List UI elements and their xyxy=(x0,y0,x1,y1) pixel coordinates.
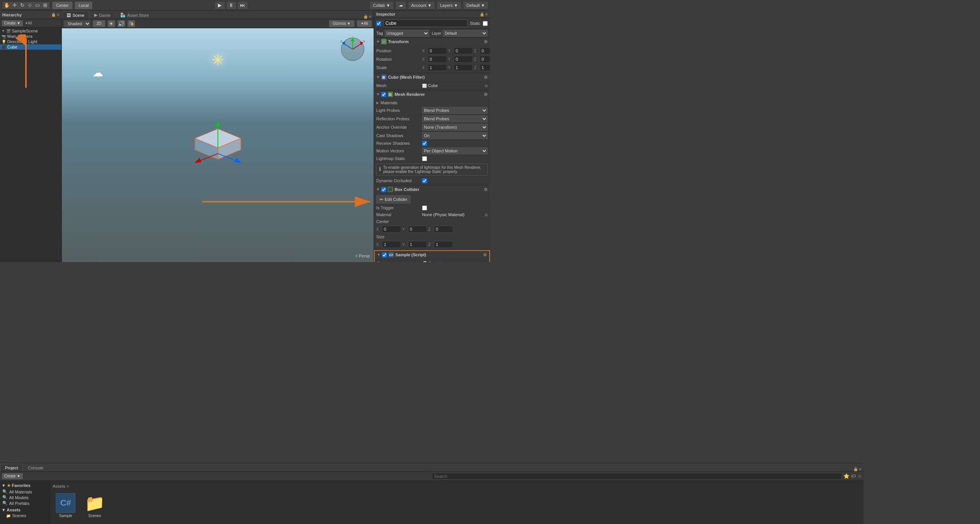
position-x-input[interactable] xyxy=(428,47,447,54)
tag-layer-row: Tag Untagged Layer Default xyxy=(374,29,490,38)
reflection-probes-select[interactable]: Blend Probes xyxy=(422,115,488,122)
position-z-input[interactable] xyxy=(480,47,490,54)
sample-script-header[interactable]: ▼ C# Sample (Script) ⚙ xyxy=(375,251,489,259)
size-x-input[interactable] xyxy=(382,241,401,248)
cast-shadows-label: Cast Shadows xyxy=(376,133,422,138)
anchor-override-select[interactable]: None (Transform) xyxy=(422,124,488,131)
scene-menu-icon[interactable]: ≡ xyxy=(369,15,371,19)
account-button[interactable]: Account ▼ xyxy=(408,1,435,10)
hierarchy-item-light[interactable]: 💡 Directional Light xyxy=(0,39,61,44)
receive-shadows-checkbox[interactable] xyxy=(422,141,427,146)
static-checkbox[interactable] xyxy=(483,21,488,26)
inspector-menu-icon[interactable]: ≡ xyxy=(485,12,488,16)
is-trigger-checkbox[interactable] xyxy=(422,205,427,210)
dynamic-occluded-checkbox[interactable] xyxy=(422,178,427,183)
hierarchy-lock-icon[interactable]: 🔒 xyxy=(51,13,56,17)
lightmap-static-checkbox[interactable] xyxy=(422,156,427,161)
rotate-tool[interactable]: ↻ xyxy=(19,2,26,9)
size-y-input[interactable] xyxy=(408,241,427,248)
object-active-checkbox[interactable] xyxy=(376,21,381,26)
rect-tool[interactable]: ▭ xyxy=(34,2,41,9)
search-scene-button[interactable]: ✦All xyxy=(356,20,372,27)
sample-script-enabled-checkbox[interactable] xyxy=(382,252,387,257)
audio-toggle[interactable]: 🔊 xyxy=(117,20,126,27)
move-tool[interactable]: ✛ xyxy=(11,2,18,9)
default-layout-button[interactable]: Default ▼ xyxy=(463,1,488,10)
scene-root-item[interactable]: ▼ 🎬 SampleScene xyxy=(0,28,61,34)
mesh-filter-settings-icon[interactable]: ⚙ xyxy=(484,75,488,80)
rotation-x-input[interactable] xyxy=(428,56,447,63)
center-x-input[interactable] xyxy=(382,226,401,233)
2d-toggle[interactable]: 2D xyxy=(92,20,106,27)
mesh-renderer-icon: ▤ xyxy=(388,92,393,97)
materials-row[interactable]: ▶ Materials xyxy=(376,99,488,106)
size-z-input[interactable] xyxy=(434,241,453,248)
scene-lock-icon[interactable]: 🔒 xyxy=(363,15,368,19)
cast-shadows-select[interactable]: On xyxy=(422,132,488,139)
edit-collider-button[interactable]: ✏ Edit Collider xyxy=(376,195,411,204)
transform-settings-icon[interactable]: ⚙ xyxy=(484,39,488,44)
tab-scene[interactable]: 🖼 Scene xyxy=(62,11,89,19)
lighting-toggle[interactable]: ☀ xyxy=(107,20,116,27)
layer-select[interactable]: Default xyxy=(443,30,488,37)
light-probes-select[interactable]: Blend Probes xyxy=(422,107,488,114)
tag-select[interactable]: Untagged xyxy=(385,30,430,37)
hierarchy-menu-icon[interactable]: ≡ xyxy=(57,13,59,17)
scale-row: Scale X Y Z xyxy=(376,63,488,72)
layers-button[interactable]: Layers ▼ xyxy=(437,1,461,10)
scale-x-input[interactable] xyxy=(428,64,447,71)
motion-vectors-select[interactable]: Per Object Motion xyxy=(422,147,488,154)
pause-button[interactable]: ⏸ xyxy=(226,1,237,10)
hierarchy-search-all[interactable]: ✦All xyxy=(25,21,32,25)
size-z-label: Z xyxy=(428,243,433,247)
transform-component-header[interactable]: ▼ ↔ Transform ⚙ xyxy=(374,38,490,45)
mesh-renderer-header[interactable]: ▼ ▤ Mesh Renderer ⚙ xyxy=(374,91,490,98)
tab-game[interactable]: ▶ Game xyxy=(89,11,115,19)
box-collider-header[interactable]: ▼ ⬛ Box Collider ⚙ xyxy=(374,186,490,193)
gizmos-button[interactable]: Gizmos ▼ xyxy=(329,20,355,27)
center-z-input[interactable] xyxy=(434,226,453,233)
script-prop-row: Script 📄 Sample ⊙ xyxy=(377,260,487,262)
tab-asset-store[interactable]: 🏪 Asset Store xyxy=(115,11,154,19)
step-button[interactable]: ⏭ xyxy=(237,1,248,10)
mesh-renderer-settings-icon[interactable]: ⚙ xyxy=(484,92,488,97)
mesh-renderer-enabled-checkbox[interactable] xyxy=(381,92,386,97)
rotation-z-input[interactable] xyxy=(480,56,490,63)
rotation-y-input[interactable] xyxy=(454,56,473,63)
transform-tool[interactable]: ⊞ xyxy=(42,2,48,9)
position-xyz: X Y Z xyxy=(422,47,490,54)
play-button[interactable]: ▶ xyxy=(214,1,225,10)
main-layout: Hierarchy 🔒 ≡ Create ▼ ✦All ▼ 🎬 SampleSc… xyxy=(0,11,490,262)
svg-marker-6 xyxy=(194,158,201,163)
scale-z-input[interactable] xyxy=(480,64,490,71)
box-collider-enabled-checkbox[interactable] xyxy=(381,187,386,192)
scale-tool[interactable]: ⊹ xyxy=(26,2,33,9)
hierarchy-create-button[interactable]: Create ▼ xyxy=(2,20,23,27)
svg-text:Y: Y xyxy=(351,36,354,38)
scale-y-input[interactable] xyxy=(454,64,473,71)
position-y-input[interactable] xyxy=(454,47,473,54)
cloud-button[interactable]: ☁ xyxy=(395,1,406,10)
mesh-cube-icon: ⬜ xyxy=(422,84,427,88)
scene-gizmo-axes[interactable]: Y X Z xyxy=(339,36,366,63)
hand-tool[interactable]: ✋ xyxy=(3,2,10,9)
script-select-icon[interactable]: ⊙ xyxy=(484,261,487,262)
box-collider-settings-icon[interactable]: ⚙ xyxy=(484,187,488,192)
center-y-input[interactable] xyxy=(408,226,427,233)
shading-dropdown[interactable]: Shaded xyxy=(63,20,91,27)
center-button[interactable]: Center xyxy=(52,1,73,10)
mesh-filter-header[interactable]: ▼ ▦ Cube (Mesh Filter) ⚙ xyxy=(374,73,490,81)
collider-material-select-icon[interactable]: ⊙ xyxy=(485,213,488,217)
object-name-input[interactable] xyxy=(384,19,467,27)
effects-toggle[interactable]: 🎭 xyxy=(127,20,135,27)
inspector-lock-icon[interactable]: 🔒 xyxy=(480,12,484,16)
mesh-select-icon[interactable]: ⊙ xyxy=(485,84,488,88)
hierarchy-item-camera[interactable]: 📷 Main Camera xyxy=(0,34,61,39)
hierarchy-item-cube[interactable]: ⬛ Cube xyxy=(0,44,61,50)
rot-z-label: Z xyxy=(474,57,479,61)
transform-expand-icon: ▼ xyxy=(376,40,380,44)
scene-view[interactable]: ✳ ☁ xyxy=(62,28,374,262)
local-button[interactable]: Local xyxy=(74,1,93,10)
collab-button[interactable]: Collab ▼ xyxy=(369,1,393,10)
sample-script-settings-icon[interactable]: ⚙ xyxy=(483,252,487,257)
